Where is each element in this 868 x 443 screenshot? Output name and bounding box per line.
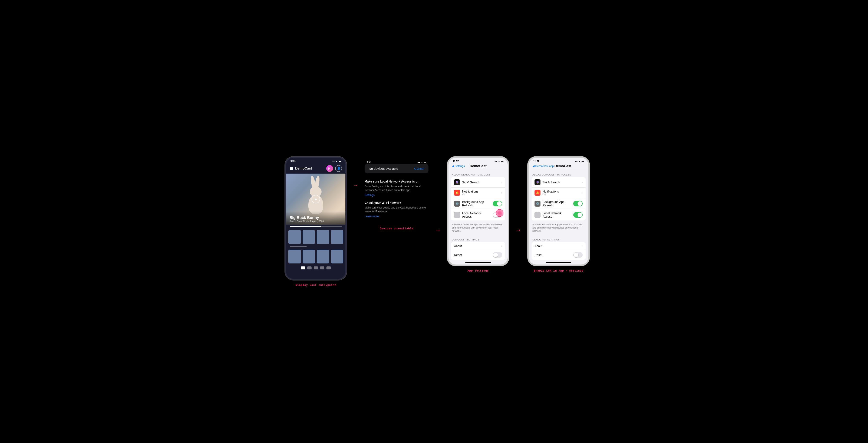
section-line-1 — [290, 246, 307, 247]
reset-row-3[interactable]: Reset — [451, 250, 505, 260]
thumbnail-row-2 — [286, 248, 345, 265]
siri-row-4[interactable]: 🔮 Siri & Search › — [531, 177, 586, 188]
panel2-content: 9:41 ▪▪▪ ▲ ▬ No devices available Cancel… — [365, 157, 429, 220]
bg-refresh-content-4: Background App Refresh — [542, 200, 571, 207]
lna-desc-3: Enabled to allow this app permission to … — [448, 222, 508, 235]
app-title: DemoCast — [295, 166, 326, 170]
panel-1: 9:41 ▪▪▪ ▲ ▬ DemoCast — [285, 157, 347, 287]
reset-row-4[interactable]: Reset — [531, 250, 586, 260]
notif-icon-symbol-4: 🔔 — [536, 191, 539, 194]
battery-icon-2: ▬ — [424, 161, 426, 164]
siri-icon-symbol-4: 🔮 — [536, 181, 539, 184]
learn-more-link[interactable]: Learn more — [365, 215, 379, 218]
svg-rect-0 — [328, 169, 329, 170]
bg-refresh-toggle-3[interactable] — [493, 201, 502, 207]
reset-toggle-3[interactable] — [493, 252, 502, 258]
wifi-4: ▲ — [578, 160, 581, 162]
status-bar-1: 9:41 ▪▪▪ ▲ ▬ — [286, 158, 345, 163]
hero-subtitle: Peach Open Movie Project, 2008 — [289, 220, 342, 223]
notif-chevron-3: › — [501, 191, 502, 194]
settings-status-bar-4: 11:57 ▪▪▪ ▲ ▬ — [529, 158, 588, 163]
cursor-circle-3 — [496, 209, 503, 217]
back-button-3[interactable]: ◀ Settings — [452, 164, 465, 168]
thumb-7[interactable] — [317, 250, 329, 263]
about-row-4[interactable]: About › — [531, 242, 586, 250]
dot-2[interactable] — [307, 266, 312, 270]
siri-row-3[interactable]: 🔮 Siri & Search › — [451, 177, 505, 188]
panel-4-label: Enable LNA in App > Settings — [534, 269, 583, 273]
lna-icon-3 — [454, 212, 460, 218]
progress-bar-container — [286, 225, 345, 229]
status-icons-1: ▪▪▪ ▲ ▬ — [332, 160, 341, 162]
notif-row-4[interactable]: 🔔 Notifications Off › — [531, 188, 586, 198]
dot-3[interactable] — [314, 266, 318, 270]
devices-status-bar: 9:41 ▪▪▪ ▲ ▬ — [365, 161, 429, 164]
hamburger-menu[interactable] — [290, 167, 293, 170]
signal-icon: ▪▪▪ — [332, 160, 335, 162]
thumb-3[interactable] — [317, 230, 329, 244]
bg-refresh-row-3[interactable]: ⚙️ Background App Refresh — [451, 198, 505, 209]
bg-refresh-toggle-4[interactable] — [573, 201, 583, 207]
dot-4[interactable] — [320, 266, 324, 270]
cancel-button[interactable]: Cancel — [414, 167, 424, 170]
thumb-1[interactable] — [288, 230, 301, 244]
panel-4: 11:57 ▪▪▪ ▲ ▬ ◀ DemoCast app DemoCast AL… — [528, 157, 589, 273]
notif-row-3[interactable]: 🔔 Notifications Off › — [451, 188, 505, 198]
settings-nav-4: ◀ DemoCast app DemoCast — [529, 163, 588, 170]
wifi-icon: ▲ — [336, 160, 338, 162]
settings-link[interactable]: Settings — [365, 193, 375, 197]
lna-info-title: Make sure Local Network Access is on — [365, 180, 429, 183]
settings-frame-4: 11:57 ▪▪▪ ▲ ▬ ◀ DemoCast app DemoCast AL… — [528, 157, 589, 266]
bg-refresh-content-3: Background App Refresh — [462, 200, 491, 207]
play-button[interactable]: ▶ — [312, 195, 320, 203]
notif-sublabel-3: Off — [462, 193, 499, 196]
wifi-info-body: Make sure your device and the Cast devic… — [365, 206, 429, 213]
pagination-dots — [286, 265, 345, 271]
cast-button[interactable] — [326, 165, 333, 172]
notif-icon-3: 🔔 — [454, 190, 460, 196]
lna-desc-4: Enabled to allow this app permission to … — [529, 222, 588, 235]
lna-row-3[interactable]: Local Network Access — [451, 209, 505, 220]
thumb-6[interactable] — [303, 250, 315, 263]
signal-3: ▪▪▪ — [494, 160, 497, 162]
home-indicator-3 — [465, 262, 491, 263]
toggle-knob-reset-4 — [574, 253, 578, 257]
reset-content-3: Reset — [454, 253, 491, 257]
iphone-frame-1: 9:41 ▪▪▪ ▲ ▬ DemoCast — [285, 157, 347, 280]
bg-refresh-icon-4: ⚙️ — [534, 201, 540, 207]
lna-toggle-4[interactable] — [573, 212, 583, 218]
settings-nav-3: ◀ Settings DemoCast — [448, 163, 508, 170]
about-row-3[interactable]: About › — [451, 242, 505, 250]
toggle-knob-bg-3 — [497, 201, 502, 206]
section-label-1 — [286, 245, 345, 248]
wifi-info-title: Check your Wi-Fi network — [365, 201, 429, 204]
home-indicator-4 — [546, 262, 571, 263]
settings-page-title-3: DemoCast — [470, 164, 487, 168]
battery-4: ▬ — [582, 160, 584, 162]
siri-label-3: Siri & Search — [462, 181, 499, 184]
main-container: 9:41 ▪▪▪ ▲ ▬ DemoCast — [285, 157, 583, 287]
dot-1[interactable] — [301, 266, 305, 270]
refresh-icon-symbol: ⚙️ — [456, 202, 459, 205]
siri-label-4: Siri & Search — [542, 181, 580, 184]
panel-2-label: Devices unavailable — [380, 224, 413, 230]
thumb-5[interactable] — [288, 250, 301, 263]
arrow-1: → — [353, 157, 358, 188]
settings-list-1-4: 🔮 Siri & Search › 🔔 Notifications Off — [531, 177, 586, 220]
back-button-4[interactable]: ◀ DemoCast app — [532, 164, 554, 168]
thumb-4[interactable] — [331, 230, 343, 244]
no-devices-dropdown: No devices available Cancel — [365, 164, 429, 173]
bg-refresh-row-4[interactable]: ⚙️ Background App Refresh — [531, 198, 586, 209]
lna-row-4[interactable]: Local Network Access — [531, 209, 586, 220]
dot-5[interactable] — [327, 266, 331, 270]
section1-header-3: ALLOW DEMOCAST TO ACCESS — [448, 170, 508, 177]
siri-content-4: Siri & Search — [542, 181, 580, 184]
lna-label-4: Local Network Access — [542, 212, 571, 218]
notif-icon-4: 🔔 — [534, 190, 540, 196]
profile-button[interactable]: 👤 — [335, 165, 342, 172]
thumb-2[interactable] — [303, 230, 315, 244]
progress-bar — [290, 226, 342, 227]
lna-content-4: Local Network Access — [542, 212, 571, 218]
reset-toggle-4[interactable] — [573, 252, 583, 258]
thumb-8[interactable] — [331, 250, 343, 263]
